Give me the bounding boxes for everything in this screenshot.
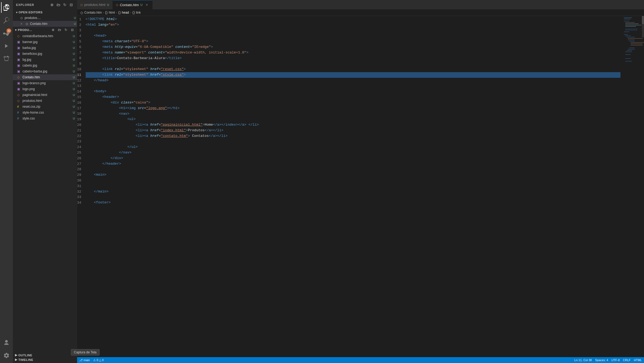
- badge-logo-branco: U: [73, 82, 75, 85]
- breadcrumb-file[interactable]: Contato.htm: [84, 11, 102, 14]
- code-line-1: <!DOCTYPE html>: [86, 17, 620, 22]
- badge-style: U: [73, 117, 75, 120]
- breadcrumb-sep2: ›: [116, 11, 117, 14]
- tok: </a></li>: [204, 128, 223, 133]
- breadcrumb-link[interactable]: link: [136, 11, 141, 14]
- editor-badge-contato: U: [74, 22, 76, 25]
- file-icon-img: ▣: [17, 40, 21, 44]
- outline-header[interactable]: ▶ OUTLINE: [13, 353, 77, 357]
- ln-8: 8: [77, 56, 84, 61]
- tok: >: [211, 44, 213, 50]
- source-control-badge: 30: [6, 28, 11, 33]
- code-content[interactable]: <!DOCTYPE html> <html lang="en"> <head> …: [84, 16, 623, 357]
- close-editor-icon[interactable]: ×: [19, 22, 24, 26]
- svg-rect-16: [629, 41, 635, 41]
- svg-rect-1: [624, 17, 632, 18]
- file-cabelo[interactable]: ▣ cabelo.jpg U: [13, 63, 77, 68]
- filename-beneficios: beneficios.jpg: [22, 52, 42, 56]
- timeline-header[interactable]: ▶ TIMELINE: [13, 357, 77, 362]
- status-position[interactable]: Ln 11, Col 38: [574, 358, 592, 362]
- code-line-8: <title>Contato-Barbearia-Alura</title>: [86, 56, 620, 61]
- activity-bar-settings[interactable]: [1, 350, 12, 361]
- tok: [86, 133, 136, 139]
- file-contato[interactable]: ◇ Contato.htm U: [13, 74, 77, 80]
- file-icon-css: #: [17, 111, 21, 114]
- status-encoding[interactable]: UTF-8: [611, 358, 620, 362]
- tok: [86, 50, 102, 56]
- file-barba[interactable]: ▣ barba.jpg U: [13, 45, 77, 51]
- ln-13: 13: [77, 83, 84, 89]
- activity-bar-source-control[interactable]: 30: [1, 28, 12, 38]
- file-icon-html: ◇: [17, 34, 21, 38]
- project-new-folder-icon[interactable]: 🗁: [57, 27, 62, 33]
- new-folder-icon[interactable]: 🗁: [56, 2, 61, 7]
- tab-close-icon[interactable]: ×: [145, 3, 149, 7]
- file-banner[interactable]: ▣ banner.jpg U: [13, 39, 77, 45]
- status-spaces[interactable]: Spaces: 4: [595, 358, 608, 362]
- file-logo-branco[interactable]: ▣ logo-branco.png U: [13, 80, 77, 86]
- refresh-icon[interactable]: ↻: [62, 2, 67, 7]
- svg-rect-7: [625, 26, 636, 27]
- tab-filename-contato: Contato.htm: [120, 3, 139, 7]
- timeline-label: TIMELINE: [18, 358, 33, 361]
- project-section-header[interactable]: ▾ PRODU... ⊕ 🗁 ↻ ⊟: [13, 27, 77, 33]
- file-logo[interactable]: ▣ logo.png U: [13, 86, 77, 92]
- status-branch[interactable]: ⎇ main: [79, 358, 90, 362]
- open-editors-section: ▾ OPEN EDITORS ◇ produtos.... U × ◇ Cont…: [13, 10, 77, 27]
- activity-bar-explorer[interactable]: [1, 2, 12, 13]
- code-line-12: </head>: [86, 78, 620, 83]
- file-bg[interactable]: ▣ bg.jpg U: [13, 57, 77, 63]
- tok: <div: [111, 100, 121, 106]
- status-errors[interactable]: ⚠ 0 △ 0: [93, 358, 104, 362]
- activity-bar-account[interactable]: [1, 337, 12, 348]
- tab-contato[interactable]: ◇ Contato.htm U ×: [113, 0, 153, 9]
- tok: content: [148, 50, 163, 56]
- ln-31: 31: [77, 183, 84, 189]
- file-paginainicial[interactable]: ◇ paginainicial.html U: [13, 92, 77, 98]
- editor-filename-contato: Contato.htm: [30, 22, 73, 26]
- tok: <ul>: [127, 117, 136, 122]
- tab-produtos[interactable]: ◇ produtos.html U: [77, 0, 113, 9]
- file-produtos[interactable]: ◇ produtos.html U: [13, 98, 77, 104]
- tok: <h1><img: [119, 106, 138, 111]
- file-reset-zip[interactable]: # reset.css.zip U: [13, 104, 77, 110]
- ln-12: 12: [77, 78, 84, 83]
- badge-style-home: U: [73, 111, 75, 114]
- status-language[interactable]: HTML: [634, 358, 642, 362]
- activity-bar-extensions[interactable]: [1, 53, 12, 64]
- project-refresh-icon[interactable]: ↻: [63, 27, 69, 33]
- tooltip-captura: Captura de Tela: [77, 349, 100, 356]
- ln-27: 27: [77, 161, 84, 167]
- filename-logo-branco: logo-branco.png: [22, 81, 46, 85]
- explorer-files-section: ▾ PRODU... ⊕ 🗁 ↻ ⊟ ◇ contatoBarbearia.ht…: [13, 27, 77, 352]
- file-beneficios[interactable]: ▣ beneficios.jpg U: [13, 51, 77, 57]
- file-style[interactable]: # style.css U: [13, 115, 77, 121]
- svg-rect-23: [625, 52, 632, 52]
- filename-produtos: produtos.html: [22, 99, 42, 103]
- new-file-icon[interactable]: ⊕: [49, 2, 55, 7]
- tok: ></h1>: [167, 106, 180, 111]
- tok: [86, 172, 94, 178]
- tok: </main>: [94, 189, 109, 195]
- code-line-16: <div class="caixa">: [86, 100, 620, 106]
- code-line-25: </nav>: [86, 150, 620, 156]
- filename-reset-zip: reset.css.zip: [22, 105, 40, 109]
- tok: [146, 50, 148, 56]
- code-editor[interactable]: 1 2 3 4 5 6 7 8 9 10 11 12 13 14 15 16 1…: [77, 16, 644, 357]
- activity-bar-run[interactable]: [1, 41, 12, 51]
- editor-item-contato[interactable]: × ◇ Contato.htm U: [13, 21, 77, 27]
- open-editors-header[interactable]: ▾ OPEN EDITORS: [13, 10, 77, 15]
- ln-26: 26: [77, 156, 84, 161]
- breadcrumb-head[interactable]: head: [122, 11, 129, 14]
- activity-bar-search[interactable]: [1, 15, 12, 26]
- breadcrumb-html[interactable]: html: [109, 11, 115, 14]
- editor-item-produtos[interactable]: ◇ produtos.... U: [13, 15, 77, 21]
- tok: "UTF-8": [131, 39, 146, 44]
- collapse-icon[interactable]: ⊟: [69, 2, 74, 7]
- status-line-ending[interactable]: CRLF: [623, 358, 631, 362]
- file-style-home[interactable]: # style-home.css U: [13, 110, 77, 115]
- file-cabelo-barba[interactable]: ▣ cabelo+barba.jpg U: [13, 68, 77, 74]
- project-collapse-icon[interactable]: ⊟: [70, 27, 75, 33]
- project-new-file-icon[interactable]: ⊕: [50, 27, 56, 33]
- file-contatoBarbearia[interactable]: ◇ contatoBarbearia.htm U: [13, 33, 77, 39]
